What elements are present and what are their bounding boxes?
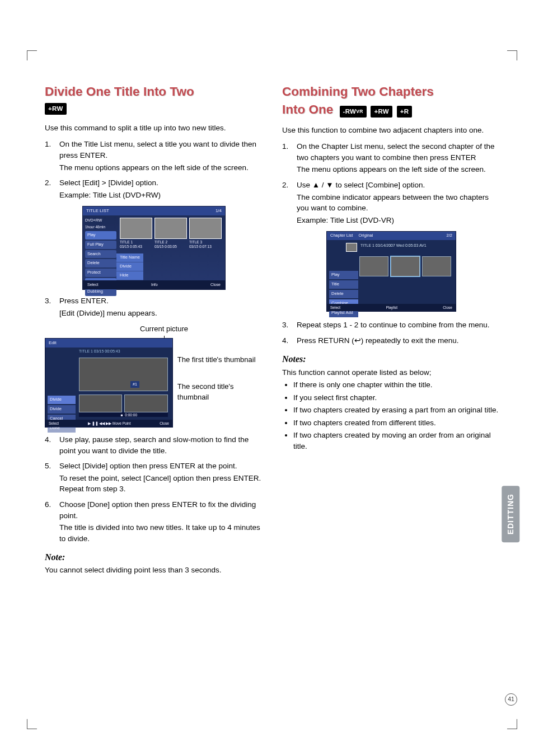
step-cont2: Example: Title List (DVD-VR) [297, 215, 500, 226]
note-body: You cannot select dividing point less th… [45, 565, 263, 576]
intro-text-right: Use this function to combine two adjacen… [282, 125, 500, 136]
current-picture-label: Current picture [65, 324, 263, 335]
step-r3: Repeat steps 1 - 2 to continue to combin… [282, 320, 500, 331]
steps-list-left-3: Use play, pause step, search and slow-mo… [45, 434, 263, 544]
sub-hide: Hide [116, 271, 143, 280]
crop-mark [27, 50, 37, 60]
s3-hr: 2/2 [447, 233, 452, 239]
badge-plus-r: +R [397, 106, 413, 118]
right-column: Combining Two Chapters Into One -RWVR +R… [282, 84, 500, 576]
subtitle-into-one: Into One [282, 102, 333, 116]
th3-d: 03/15 0:07:13 [189, 245, 212, 248]
s3-bbm: Playlist [386, 305, 397, 310]
badge-rw-txt: -RW [343, 108, 357, 115]
menu-protect: Protect [85, 269, 116, 277]
step-2: Select [Edit] > [Divide] option. Example… [45, 177, 263, 200]
shot2-hdr: Edit [45, 339, 172, 348]
step-cont: The combine indicator appears between th… [297, 192, 500, 214]
menu-search: Search [85, 250, 116, 259]
note-heading: Note: [45, 551, 263, 564]
step-text: Select [Divide] option then press ENTER … [59, 462, 237, 470]
crop-mark [27, 719, 37, 729]
s3-hm: Original [358, 233, 373, 239]
shot2-titleinfo: TITLE 1 03/15 00:05:43 [79, 349, 120, 354]
steps-list-left: On the Title List menu, select a title y… [45, 139, 263, 200]
step-r1: On the Chapter List menu, select the sec… [282, 141, 500, 175]
badge-plus-rw: +RW [45, 103, 67, 115]
steps-list-right: On the Chapter List menu, select the sec… [282, 141, 500, 226]
shot-thumbs: TITLE 103/15 0:05:43 TITLE 203/15 0:03:0… [120, 218, 222, 249]
step-cont: [Edit (Divide)] menu appears. [59, 308, 263, 319]
badge-vr-txt: VR [356, 109, 363, 114]
crop-mark [507, 50, 517, 60]
steps-list-left-2: Press ENTER. [Edit (Divide)] menu appear… [45, 295, 263, 318]
bb2m: ▶ ❚❚ ◀◀ ▶▶ Move Point [88, 421, 131, 426]
step-text: Repeat steps 1 - 2 to continue to combin… [297, 321, 489, 329]
badge-minus-rw-vr: -RWVR [340, 106, 367, 118]
s3-bbr: Close [443, 305, 452, 310]
step-4: Use play, pause step, search and slow-mo… [45, 434, 263, 456]
s3-title: Title [329, 280, 358, 289]
sub-titlename: Title Name [116, 253, 143, 262]
step-5: Select [Divide] option then press ENTER … [45, 461, 263, 495]
th2-t: TITLE 2 [154, 240, 167, 244]
step-cont: The menu options appears on the left sid… [297, 164, 500, 175]
step-1: On the Title List menu, select a title y… [45, 139, 263, 173]
bb-l: Select [87, 282, 98, 288]
side-tab-editting: EDITTING [502, 486, 519, 542]
step-r2: Use ▲ / ▼ to select [Combine] option. Th… [282, 180, 500, 226]
step-text: Select [Edit] > [Divide] option. [59, 179, 158, 187]
shot2-time: 0:00:00 [125, 412, 137, 417]
bb-r: Close [210, 282, 221, 288]
page-number: 41 [505, 693, 517, 706]
shot-topbar-r: 1/4 [216, 208, 222, 214]
step-text: Press RETURN (↩) repeatedly to exit the … [297, 336, 459, 345]
screenshot-chapter-list: Chapter ListOriginal2/2 TITLE 1 03/14/20… [326, 231, 456, 312]
step-text: Use ▲ / ▼ to select [Combine] option. [297, 181, 425, 189]
bullet-4: If two chapters created from different t… [293, 417, 500, 429]
s3-bbl: Select [330, 305, 340, 310]
step-text: Use play, pause step, search and slow-mo… [59, 435, 249, 455]
sub-divide: Divide [116, 262, 143, 271]
s3-hl: Chapter List [330, 233, 353, 239]
s3-play: Play [329, 271, 358, 279]
bullet-3: If two chapters created by erasing a par… [293, 405, 500, 416]
step-6: Choose [Done] option then press ENTER to… [45, 499, 263, 544]
section-title-divide: Divide One Title Into Two [45, 84, 263, 100]
step-text: On the Title List menu, select a title y… [59, 140, 256, 159]
step-cont: To reset the point, select [Cancel] opti… [59, 473, 263, 495]
intro-text: Use this command to split a title up int… [45, 123, 263, 134]
side-divide: Divide [48, 405, 76, 414]
steps-list-right-2: Repeat steps 1 - 2 to continue to combin… [282, 320, 500, 346]
th2-d: 03/15 0:03:05 [154, 245, 177, 248]
cap-second-thumb: The second title's thumbnail [177, 382, 263, 402]
th3-t: TITLE 3 [189, 240, 202, 244]
step-3: Press ENTER. [Edit (Divide)] menu appear… [45, 295, 263, 318]
s3-info: TITLE 1 03/14/2007 Wed 0:05:03 AV1 [360, 243, 427, 248]
step-cont: Example: Title List (DVD+RW) [59, 190, 263, 201]
shot-free: 1hour 48min [85, 224, 116, 229]
shot-topbar-l: TITLE LIST [86, 208, 109, 214]
crop-mark [507, 719, 517, 729]
screenshot-title-list: TITLE LIST1/4 DVD+RW 1hour 48min Play Fu… [82, 206, 226, 290]
notes-intro: This function cannot operate listed as b… [282, 367, 500, 378]
step-text: Press ENTER. [59, 297, 109, 305]
side-divide-hdr: Divide [48, 396, 76, 404]
shot2-marker: #1 [130, 381, 139, 388]
shot-submenu: Title Name Divide Hide [116, 253, 143, 280]
th1-d: 03/15 0:05:43 [120, 245, 142, 248]
menu-fullplay: Full Play [85, 241, 116, 249]
bb-m: Info [151, 282, 158, 288]
notes-heading: Notes: [282, 353, 500, 365]
badge-plus-rw-2: +RW [371, 106, 392, 118]
bullet-5: If two chapters created by moving an ord… [293, 430, 500, 452]
menu-delete: Delete [85, 259, 116, 267]
menu-play: Play [85, 231, 116, 240]
caption-column: The first title's thumbnail The second t… [177, 338, 263, 419]
left-column: Divide One Title Into Two +RW Use this c… [45, 84, 263, 576]
cap-first-thumb: The first title's thumbnail [177, 355, 263, 365]
section-title-combine: Combining Two Chapters [282, 84, 500, 100]
notes-bullets: If there is only one chapter within the … [282, 379, 500, 452]
step-text: Choose [Done] option then press ENTER to… [59, 500, 256, 520]
bb2l: Select [49, 421, 59, 426]
